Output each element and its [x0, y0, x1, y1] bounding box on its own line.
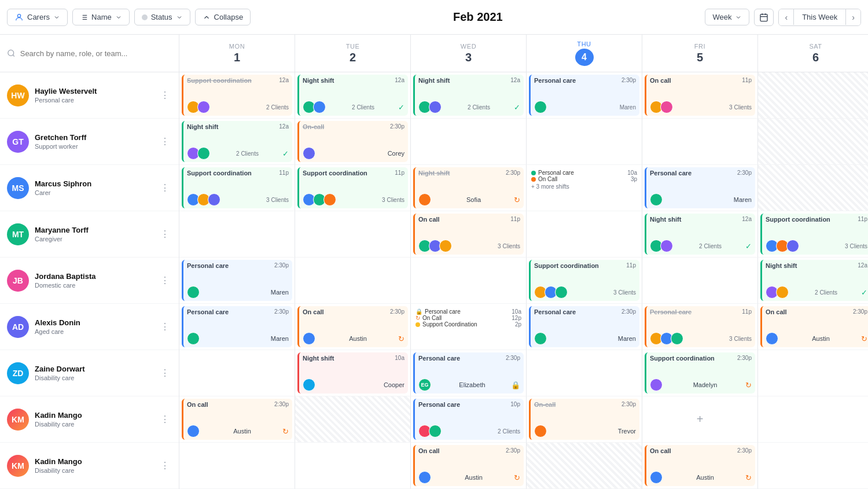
shift-haylie-tue[interactable]: Night shift 12a 2 Clients ✓ [297, 75, 408, 116]
cell-marcus-fri[interactable]: Personal care 2:30p Maren [642, 165, 758, 211]
shift-kadin1-mon[interactable]: On call 2:30p Austin ↻ [182, 399, 292, 440]
shift-alexis-tue[interactable]: On call 2:30p Austin ↻ [297, 306, 408, 347]
cell-jordana-thu[interactable]: Support coordination 11p 3 Clients [527, 258, 642, 304]
prev-week-btn[interactable]: ‹ [779, 9, 793, 25]
cell-kadin1-mon[interactable]: On call 2:30p Austin ↻ [179, 396, 295, 443]
shift-marcus-fri[interactable]: Personal care 2:30p Maren [645, 167, 755, 208]
cell-alexis-tue[interactable]: On call 2:30p Austin ↻ [295, 304, 411, 350]
shift-maryanne-fri[interactable]: Night shift 12a 2 Clients ✓ [645, 214, 755, 255]
cell-marcus-thu[interactable]: Personal care 10a On Call 3p + 3 more sh… [527, 165, 642, 211]
shift-alexis-fri[interactable]: Personal care 11p 3 Clients [645, 306, 755, 347]
cell-maryanne-mon[interactable] [179, 211, 295, 258]
shift-gretchen-tue[interactable]: On-call 2:30p Corey [297, 121, 408, 162]
cell-zaine-thu[interactable] [527, 350, 642, 396]
cell-marcus-mon[interactable]: Support coordination 11p 3 Clients [179, 165, 295, 211]
cell-gretchen-tue[interactable]: On-call 2:30p Corey [295, 119, 411, 165]
cell-haylie-mon[interactable]: Support coordination 12a 2 Clients [179, 72, 295, 119]
shift-marcus-wed[interactable]: Night shift 2:30p Sofia ↻ [413, 167, 524, 208]
shift-kadin2-fri[interactable]: On call 2:30p Austin ↻ [645, 445, 755, 486]
cell-zaine-wed[interactable]: Personal care 2:30p EG Elizabeth 🔒 [411, 350, 527, 396]
shift-haylie-thu[interactable]: Personal care 2:30p Maren [529, 75, 639, 116]
add-shift-btn[interactable]: + [645, 399, 755, 440]
cell-kadin2-tue[interactable] [295, 443, 411, 489]
menu-dots-3[interactable]: ⋮ [158, 226, 172, 242]
shift-jordana-sat[interactable]: Night shift 12a 2 Clients ✓ [760, 260, 868, 301]
cell-gretchen-fri[interactable] [642, 119, 758, 165]
cell-haylie-thu[interactable]: Personal care 2:30p Maren [527, 72, 642, 119]
cell-gretchen-mon[interactable]: Night shift 12a 2 Clients ✓ [179, 119, 295, 165]
menu-dots-6[interactable]: ⋮ [158, 365, 172, 381]
cell-jordana-sat[interactable]: Night shift 12a 2 Clients ✓ [758, 258, 868, 304]
cell-kadin2-sat[interactable] [758, 443, 868, 489]
cell-alexis-sat[interactable]: On call 2:30p Austin ↻ [758, 304, 868, 350]
cell-marcus-wed[interactable]: Night shift 2:30p Sofia ↻ [411, 165, 527, 211]
menu-dots-4[interactable]: ⋮ [158, 273, 172, 288]
shift-marcus-tue[interactable]: Support coordination 11p 3 Clients [297, 167, 408, 208]
menu-dots-5[interactable]: ⋮ [158, 319, 172, 334]
cell-gretchen-wed[interactable] [411, 119, 527, 165]
shift-kadin2-wed[interactable]: On call 2:30p Austin ↻ [413, 445, 524, 486]
shift-time: 11p [858, 216, 867, 222]
cell-maryanne-tue[interactable] [295, 211, 411, 258]
cell-kadin1-fri[interactable]: + [642, 396, 758, 443]
shift-kadin1-thu[interactable]: On-call 2:30p Trevor [529, 399, 639, 440]
cell-gretchen-thu[interactable] [527, 119, 642, 165]
shift-kadin1-wed[interactable]: Personal care 10p 2 Clients [413, 399, 524, 440]
cell-jordana-mon[interactable]: Personal care 2:30p Maren [179, 258, 295, 304]
cell-alexis-wed[interactable]: 🔒 Personal care 10a ↻ On Call 12p Suppor… [411, 304, 527, 350]
cell-haylie-tue[interactable]: Night shift 12a 2 Clients ✓ [295, 72, 411, 119]
cell-zaine-fri[interactable]: Support coordination 2:30p Madelyn ↻ [642, 350, 758, 396]
cell-zaine-mon[interactable] [179, 350, 295, 396]
cell-haylie-wed[interactable]: Night shift 12a 2 Clients ✓ [411, 72, 527, 119]
shift-haylie-fri[interactable]: On call 11p 3 Clients [645, 75, 755, 116]
shift-zaine-wed[interactable]: Personal care 2:30p EG Elizabeth 🔒 [413, 352, 524, 394]
cell-kadin2-fri[interactable]: On call 2:30p Austin ↻ [642, 443, 758, 489]
cell-haylie-fri[interactable]: On call 11p 3 Clients [642, 72, 758, 119]
cell-kadin2-wed[interactable]: On call 2:30p Austin ↻ [411, 443, 527, 489]
next-week-btn[interactable]: › [846, 9, 860, 25]
shift-marcus-mon[interactable]: Support coordination 11p 3 Clients [182, 167, 292, 208]
cell-jordana-fri[interactable] [642, 258, 758, 304]
cell-kadin1-wed[interactable]: Personal care 10p 2 Clients [411, 396, 527, 443]
cell-marcus-tue[interactable]: Support coordination 11p 3 Clients [295, 165, 411, 211]
shift-haylie-mon[interactable]: Support coordination 12a 2 Clients [182, 75, 292, 116]
status-filter-btn[interactable]: Status [134, 9, 190, 25]
cell-jordana-tue[interactable] [295, 258, 411, 304]
menu-dots-0[interactable]: ⋮ [158, 87, 172, 103]
cell-zaine-tue[interactable]: Night shift 10a Cooper [295, 350, 411, 396]
shift-gretchen-mon[interactable]: Night shift 12a 2 Clients ✓ [182, 121, 292, 162]
cell-zaine-sat[interactable] [758, 350, 868, 396]
cell-jordana-wed[interactable] [411, 258, 527, 304]
shift-maryanne-sat[interactable]: Support coordination 11p 3 Clients [760, 214, 868, 255]
menu-dots-2[interactable]: ⋮ [158, 180, 172, 196]
cell-alexis-fri[interactable]: Personal care 11p 3 Clients [642, 304, 758, 350]
shift-zaine-tue[interactable]: Night shift 10a Cooper [297, 352, 408, 394]
cell-kadin1-sat[interactable] [758, 396, 868, 443]
cell-maryanne-fri[interactable]: Night shift 12a 2 Clients ✓ [642, 211, 758, 258]
shift-haylie-wed[interactable]: Night shift 12a 2 Clients ✓ [413, 75, 524, 116]
name-sort-btn[interactable]: Name [72, 9, 130, 25]
shift-zaine-fri[interactable]: Support coordination 2:30p Madelyn ↻ [645, 352, 755, 394]
cell-maryanne-thu[interactable] [527, 211, 642, 258]
menu-dots-8[interactable]: ⋮ [158, 458, 172, 473]
shift-maryanne-wed[interactable]: On call 11p 3 Clients [413, 214, 524, 255]
shift-alexis-sat[interactable]: On call 2:30p Austin ↻ [760, 306, 868, 347]
cell-maryanne-sat[interactable]: Support coordination 11p 3 Clients [758, 211, 868, 258]
menu-dots-7[interactable]: ⋮ [158, 411, 172, 427]
clients-count: 2 Clients [699, 243, 722, 249]
cell-alexis-mon[interactable]: Personal care 2:30p Maren [179, 304, 295, 350]
shift-alexis-thu[interactable]: Personal care 2:30p Maren [529, 306, 639, 347]
shift-jordana-thu[interactable]: Support coordination 11p 3 Clients [529, 260, 639, 301]
calendar-icon-btn[interactable] [754, 9, 774, 26]
cell-maryanne-wed[interactable]: On call 11p 3 Clients [411, 211, 527, 258]
collapse-btn[interactable]: Collapse [195, 9, 251, 25]
shift-alexis-mon[interactable]: Personal care 2:30p Maren [182, 306, 292, 347]
cell-kadin1-thu[interactable]: On-call 2:30p Trevor [527, 396, 642, 443]
cell-alexis-thu[interactable]: Personal care 2:30p Maren [527, 304, 642, 350]
shift-jordana-mon[interactable]: Personal care 2:30p Maren [182, 260, 292, 301]
carers-filter-btn[interactable]: Carers [7, 9, 68, 26]
cell-kadin2-mon[interactable] [179, 443, 295, 489]
menu-dots-1[interactable]: ⋮ [158, 134, 172, 149]
search-input[interactable] [20, 49, 172, 58]
week-view-btn[interactable]: Week [705, 9, 749, 25]
